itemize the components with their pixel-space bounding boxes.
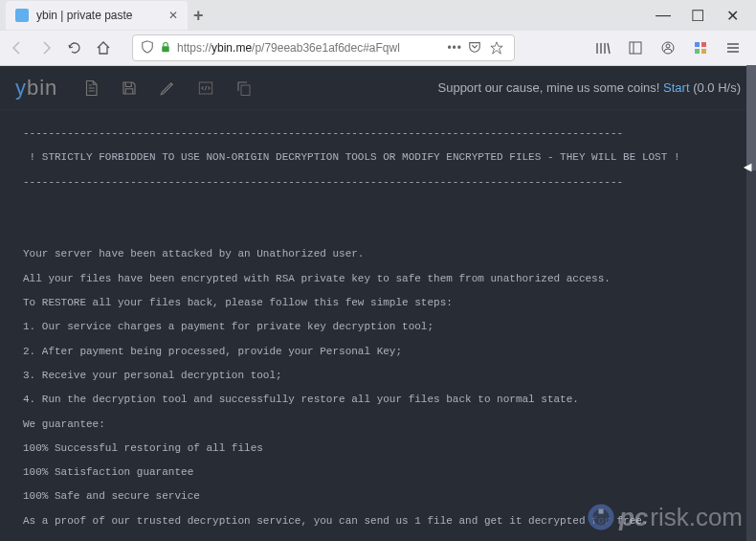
save-icon[interactable]: [121, 79, 138, 97]
svg-rect-0: [162, 46, 169, 52]
url-bar[interactable]: https://ybin.me/p/79eeab36e1af6dec#aFqwl…: [132, 34, 515, 61]
svg-rect-13: [241, 85, 250, 96]
logo-rest: bin: [27, 76, 57, 100]
app-header: ybin Support our cause, mine us some coi…: [0, 66, 756, 110]
browser-chrome: ybin | private paste ✕ + — ☐ ✕: [0, 0, 756, 66]
svg-rect-16: [598, 509, 603, 514]
lock-icon[interactable]: [160, 41, 171, 56]
browser-tab[interactable]: ybin | private paste ✕: [6, 1, 188, 30]
app-container: ybin Support our cause, mine us some coi…: [0, 66, 756, 541]
account-icon[interactable]: [658, 38, 678, 57]
sidebar-icon[interactable]: [626, 38, 645, 57]
pencil-icon[interactable]: [159, 79, 176, 97]
code-icon[interactable]: [197, 79, 214, 97]
svg-rect-6: [701, 42, 706, 47]
app-logo[interactable]: ybin: [15, 76, 57, 101]
pocket-icon[interactable]: [468, 40, 481, 56]
bookmark-icon[interactable]: [487, 38, 506, 57]
library-icon[interactable]: [593, 38, 612, 57]
close-window-button[interactable]: ✕: [725, 9, 739, 22]
paste-content: ----------------------------------------…: [0, 110, 756, 541]
start-mining-link[interactable]: Start: [663, 80, 689, 95]
forward-button[interactable]: [36, 38, 56, 57]
svg-point-4: [666, 44, 670, 48]
scrollbar-thumb[interactable]: [746, 65, 756, 170]
app-toolbar: [82, 79, 253, 97]
reload-button[interactable]: [65, 38, 84, 57]
tab-title: ybin | private paste: [36, 9, 161, 22]
maximize-button[interactable]: ☐: [691, 9, 704, 22]
logo-first: y: [15, 76, 27, 100]
url-text: https://ybin.me/p/79eeab36e1af6dec#aFqwl: [177, 41, 441, 55]
url-protocol: https://: [177, 41, 211, 55]
svg-rect-1: [630, 42, 641, 54]
svg-rect-7: [695, 49, 700, 54]
minimize-button[interactable]: —: [656, 9, 670, 22]
nav-right-group: [593, 38, 748, 57]
watermark-icon: [585, 501, 617, 533]
window-controls: — ☐ ✕: [656, 9, 756, 22]
watermark: pcrisk.com: [585, 501, 743, 533]
menu-icon[interactable]: [723, 38, 743, 57]
support-text: Support our cause, mine us some coins!: [438, 80, 664, 95]
watermark-text: risk.com: [650, 503, 743, 532]
url-path: /p/79eeab36e1af6dec#aFqwl: [252, 41, 400, 55]
extension-icon[interactable]: [691, 38, 710, 57]
new-tab-button[interactable]: +: [193, 6, 204, 26]
nav-bar: https://ybin.me/p/79eeab36e1af6dec#aFqwl…: [0, 31, 756, 65]
copy-icon[interactable]: [235, 79, 253, 97]
back-button[interactable]: [8, 38, 27, 57]
tab-close-icon[interactable]: ✕: [168, 9, 178, 22]
watermark-prefix: pc: [619, 503, 648, 532]
home-button[interactable]: [94, 38, 113, 57]
shield-icon[interactable]: [141, 40, 154, 56]
support-message: Support our cause, mine us some coins! S…: [438, 80, 742, 95]
tab-favicon-icon: [15, 9, 29, 22]
tab-bar: ybin | private paste ✕ + — ☐ ✕: [0, 0, 756, 31]
svg-rect-8: [701, 49, 706, 54]
url-domain: ybin.me: [211, 41, 252, 55]
page-actions-icon[interactable]: •••: [447, 41, 462, 55]
svg-rect-5: [695, 42, 700, 47]
new-doc-icon[interactable]: [82, 79, 100, 97]
mining-rate: (0.0 H/s): [690, 80, 741, 95]
